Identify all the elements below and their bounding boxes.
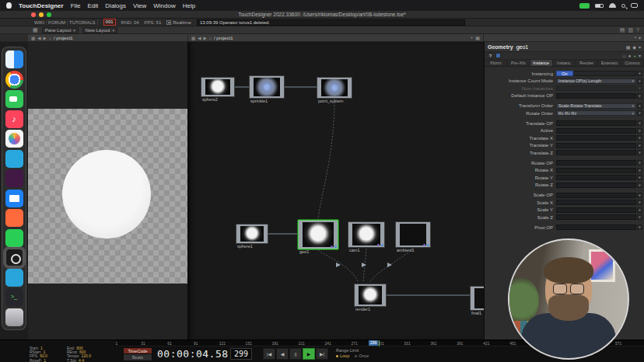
display-flag[interactable] bbox=[334, 245, 337, 248]
back-arrow-icon[interactable]: ◀ bbox=[198, 36, 201, 40]
add-parameter-icon[interactable]: + bbox=[633, 54, 636, 58]
pin-panel-icon[interactable]: ▪ bbox=[635, 35, 636, 40]
network-editor-pane[interactable]: sphere2sprinkle1point_systemsphere1geo1c… bbox=[188, 42, 484, 339]
play-reverse-button[interactable]: ◀ bbox=[276, 348, 289, 360]
node-sphere2[interactable]: sphere2 bbox=[201, 77, 235, 97]
param-menu-button[interactable]: ▾ bbox=[637, 168, 642, 173]
viewer-breadcrumb[interactable]: / project1 bbox=[54, 36, 73, 40]
param-label[interactable]: Scale Z bbox=[485, 215, 556, 220]
param-label[interactable]: Rotate Y bbox=[485, 176, 556, 180]
param-dropdown[interactable]: Scale Rotate Translate▾ bbox=[556, 103, 636, 109]
screen-recording-icon[interactable] bbox=[579, 3, 590, 9]
geometry-viewer-pane[interactable] bbox=[28, 42, 188, 339]
param-label[interactable]: Default Instance OP bbox=[485, 93, 556, 98]
battery-icon[interactable] bbox=[595, 4, 604, 8]
vscode-dock-icon[interactable] bbox=[5, 150, 23, 168]
music-dock-icon[interactable] bbox=[5, 110, 23, 128]
node-point_system[interactable]: point_system bbox=[317, 77, 352, 99]
param-label[interactable]: Rotate X bbox=[485, 168, 556, 172]
forward-arrow-icon[interactable]: ▶ bbox=[203, 36, 206, 40]
param-menu-button[interactable]: ▾ bbox=[637, 160, 642, 165]
param-text-field[interactable] bbox=[556, 135, 636, 141]
help-icon[interactable]: ? bbox=[488, 53, 493, 58]
current-frame-field[interactable]: 299 bbox=[230, 348, 252, 360]
tab-xform[interactable]: Xform bbox=[485, 60, 507, 66]
param-menu-button[interactable]: ▾ bbox=[637, 103, 642, 109]
param-label[interactable]: Translate Y bbox=[485, 143, 556, 148]
param-label[interactable]: Rotate Z bbox=[485, 183, 556, 187]
param-label[interactable]: Rotate OP bbox=[485, 161, 556, 165]
param-menu-button[interactable]: ▾ bbox=[637, 85, 642, 91]
range-once-button[interactable]: Once bbox=[355, 353, 369, 358]
param-dropdown[interactable]: Instance OP(s) Length▾ bbox=[556, 78, 636, 84]
param-text-field[interactable] bbox=[556, 85, 636, 91]
slack-dock-icon[interactable] bbox=[5, 169, 23, 187]
beats-mode-button[interactable]: Beats bbox=[123, 354, 152, 361]
pause-button[interactable]: || bbox=[289, 348, 302, 360]
param-menu-button[interactable]: ▾ bbox=[637, 143, 642, 148]
param-label[interactable]: Instancing bbox=[485, 71, 556, 76]
node-final1[interactable]: final1 bbox=[470, 286, 484, 311]
param-menu-button[interactable]: ▾ bbox=[637, 225, 642, 230]
grid-layout-icon[interactable]: ▦ bbox=[33, 27, 38, 33]
param-menu-button[interactable]: ▾ bbox=[637, 200, 642, 205]
forward-arrow-icon[interactable]: ▶ bbox=[43, 36, 46, 40]
param-label[interactable]: Instance Count Mode bbox=[485, 78, 556, 83]
param-menu-button[interactable]: ▾ bbox=[637, 71, 642, 76]
param-menu-button[interactable]: ▾ bbox=[637, 183, 642, 188]
param-text-field[interactable] bbox=[556, 168, 636, 173]
param-menu-button[interactable]: ▾ bbox=[637, 128, 642, 134]
info-value[interactable]: 4 4 bbox=[79, 359, 84, 362]
param-text-field[interactable] bbox=[556, 200, 636, 205]
menu-window[interactable]: Window bbox=[153, 2, 175, 9]
home-icon[interactable]: ⌂ bbox=[209, 36, 212, 40]
expert-mode-icon[interactable]: ◇ bbox=[622, 53, 626, 58]
facetime-dock-icon[interactable] bbox=[5, 90, 23, 108]
render-flag[interactable] bbox=[377, 244, 380, 246]
minimize-window-button[interactable] bbox=[39, 12, 44, 17]
param-label[interactable]: Scale Y bbox=[485, 207, 556, 212]
display-flag[interactable] bbox=[427, 244, 429, 246]
toggle-on-button[interactable]: On bbox=[556, 71, 573, 76]
tab-render[interactable]: Render bbox=[576, 60, 598, 66]
render-flag[interactable] bbox=[331, 245, 333, 248]
param-menu-button[interactable]: ▾ bbox=[637, 110, 642, 116]
menu-file[interactable]: File bbox=[71, 2, 81, 9]
play-button[interactable]: ▶ bbox=[303, 348, 315, 360]
panel-menu-icon[interactable]: ▾ bbox=[639, 35, 641, 40]
link-wiki[interactable]: WIKI bbox=[33, 20, 47, 25]
node-render1[interactable]: render1 bbox=[354, 284, 387, 307]
home-icon[interactable]: ⌂ bbox=[49, 36, 51, 40]
param-text-field[interactable] bbox=[556, 160, 636, 165]
menu-edit[interactable]: Edit bbox=[88, 2, 99, 9]
menu-help[interactable]: Help bbox=[183, 2, 195, 9]
param-menu-button[interactable]: ▾ bbox=[637, 214, 642, 220]
wifi-icon[interactable] bbox=[609, 3, 616, 8]
pane-menu-icon[interactable]: ▦ bbox=[31, 36, 35, 40]
mail-dock-icon[interactable] bbox=[5, 190, 23, 207]
param-label[interactable]: Scale X bbox=[485, 200, 556, 205]
photos-dock-icon[interactable] bbox=[5, 130, 23, 148]
finder-dock-icon[interactable] bbox=[5, 50, 23, 68]
touchdesigner-dock-icon[interactable] bbox=[5, 249, 23, 266]
jump-to-end-button[interactable]: ▶| bbox=[316, 348, 328, 360]
param-label[interactable]: Translate Z bbox=[485, 151, 556, 155]
pane-menu-icon[interactable]: ▦ bbox=[191, 36, 195, 40]
realtime-toggle[interactable]: × Realtime bbox=[166, 20, 191, 25]
control-center-icon[interactable] bbox=[631, 3, 638, 8]
param-label[interactable]: Scale OP bbox=[485, 193, 556, 197]
link-tutorials[interactable]: TUTORIALS bbox=[68, 20, 98, 25]
param-text-field[interactable] bbox=[556, 175, 636, 180]
menu-view[interactable]: View bbox=[133, 2, 146, 9]
copy-parameters-icon[interactable]: ▦ bbox=[626, 44, 631, 50]
range-loop-button[interactable]: Loop bbox=[336, 353, 349, 358]
param-text-field[interactable] bbox=[556, 150, 636, 155]
param-label[interactable]: Translate X bbox=[485, 136, 556, 141]
param-dropdown[interactable]: Rx Ry Rz▾ bbox=[556, 110, 636, 116]
tab-instanc[interactable]: Instanc bbox=[553, 60, 576, 66]
terminal-dock-icon[interactable] bbox=[5, 288, 23, 306]
parameter-menu-icon[interactable]: ▾ bbox=[639, 53, 641, 58]
param-text-field[interactable] bbox=[556, 120, 636, 126]
param-menu-button[interactable]: ▾ bbox=[637, 78, 642, 84]
node-ambient1[interactable]: ambient1 bbox=[395, 221, 431, 248]
